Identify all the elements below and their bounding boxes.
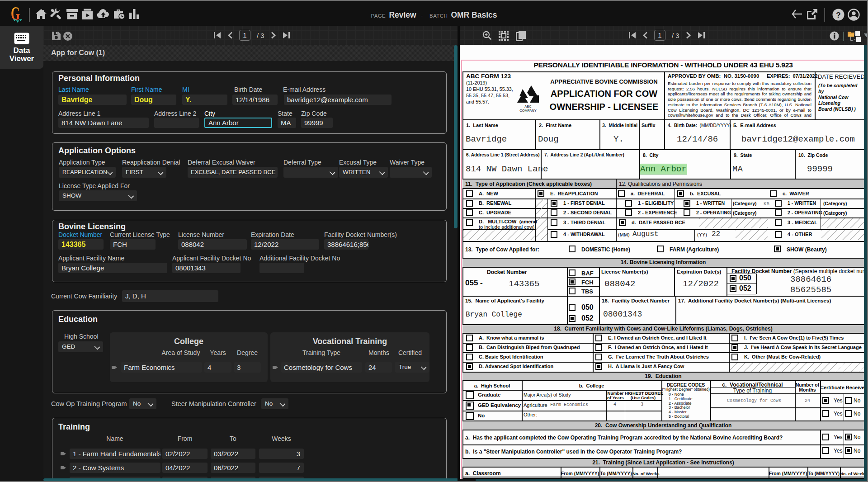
svg-text:?: ?: [836, 11, 840, 19]
